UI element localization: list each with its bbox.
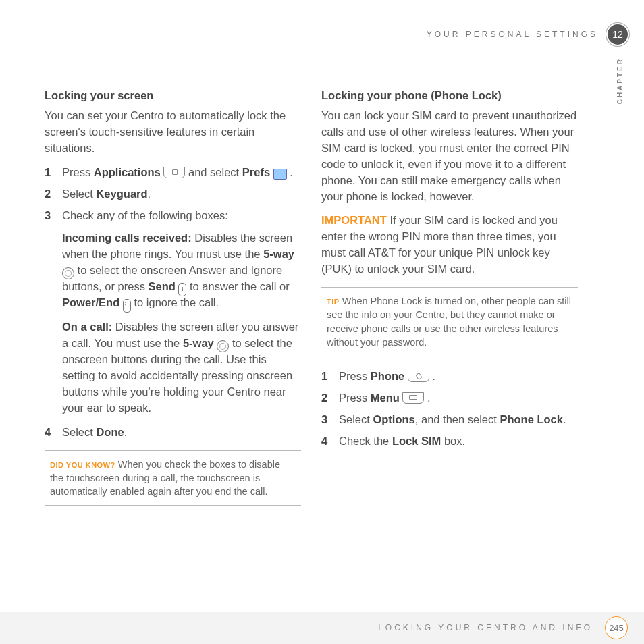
phone-key-icon	[408, 371, 429, 382]
chapter-number-badge: 12	[608, 24, 628, 45]
power-end-key-icon: ⠇	[123, 299, 131, 313]
section-title: YOUR PERSONAL SETTINGS	[427, 30, 598, 39]
step-1: 1 Press Applications and select Prefs .	[45, 165, 301, 181]
left-column: Locking your screen You can set your Cen…	[45, 88, 301, 506]
rstep-2: 2 Press Menu .	[321, 390, 578, 406]
did-you-know-box: DID YOU KNOW? When you check the boxes t…	[45, 450, 301, 506]
send-key-icon: I	[178, 283, 186, 296]
manual-page: YOUR PERSONAL SETTINGS 12 CHAPTER Lockin…	[0, 0, 644, 644]
page-footer: LOCKING YOUR CENTRO AND INFO 245	[0, 612, 644, 644]
steps-list-left-cont: 4 Select Done.	[45, 425, 301, 441]
rstep-3: 3 Select Options, and then select Phone …	[321, 412, 578, 428]
step-4: 4 Select Done.	[45, 425, 301, 441]
heading-locking-phone: Locking your phone (Phone Lock)	[321, 88, 578, 104]
steps-list-left: 1 Press Applications and select Prefs . …	[45, 165, 301, 224]
step-3: 3 Check any of the following boxes:	[45, 208, 301, 224]
important-para: IMPORTANT If your SIM card is locked and…	[321, 213, 578, 277]
applications-key-icon	[163, 167, 185, 178]
chapter-label-vertical: CHAPTER	[616, 57, 624, 104]
five-way-icon	[62, 267, 74, 279]
five-way-icon	[217, 340, 229, 352]
tip-label: TIP	[327, 298, 340, 306]
option-incoming-calls: Incoming calls received: Disables the sc…	[45, 230, 301, 311]
important-label: IMPORTANT	[321, 214, 387, 226]
page-number-badge: 245	[605, 616, 628, 639]
heading-locking-screen: Locking your screen	[45, 88, 301, 104]
rstep-4: 4 Check the Lock SIM box.	[321, 433, 578, 450]
step-2: 2 Select Keyguard.	[45, 186, 301, 203]
footer-section-title: LOCKING YOUR CENTRO AND INFO	[378, 623, 593, 633]
rstep-1: 1 Press Phone .	[321, 369, 578, 385]
option-on-a-call: On a call: Disables the screen after you…	[45, 319, 301, 417]
page-header: YOUR PERSONAL SETTINGS 12	[427, 24, 628, 45]
prefs-icon	[273, 169, 287, 180]
intro-para: You can set your Centro to automatically…	[45, 108, 301, 157]
did-you-know-label: DID YOU KNOW?	[50, 461, 115, 469]
menu-key-icon	[402, 392, 424, 404]
content-columns: Locking your screen You can set your Cen…	[45, 88, 578, 506]
right-column: Locking your phone (Phone Lock) You can …	[321, 88, 578, 506]
steps-list-right: 1 Press Phone . 2 Press Menu . 3 Select …	[321, 369, 578, 450]
tip-box: TIP When Phone Lock is turned on, other …	[321, 287, 578, 356]
intro-para-right: You can lock your SIM card to prevent un…	[321, 108, 578, 205]
